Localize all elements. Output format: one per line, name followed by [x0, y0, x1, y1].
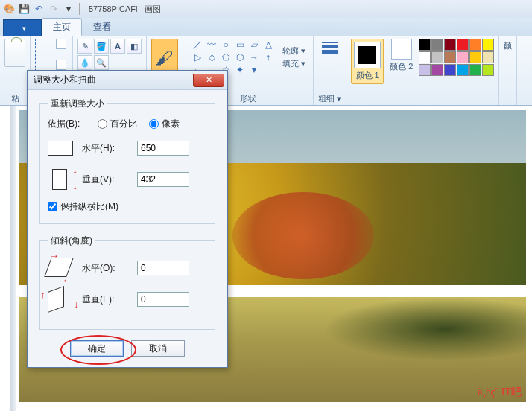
skew-v-icon: ↑↓ — [48, 289, 73, 310]
color2-button[interactable] — [391, 39, 412, 60]
save-icon[interactable]: 💾 — [18, 3, 30, 15]
quick-access-toolbar: 🎨 💾 ↶ ↷ ▾ — [3, 3, 75, 15]
size-label: 粗细 ▾ — [318, 93, 341, 104]
horizontal-input[interactable] — [137, 141, 189, 156]
palette-color[interactable] — [431, 51, 443, 63]
radio-percent[interactable]: 百分比 — [98, 118, 137, 130]
skew-v-input[interactable] — [137, 292, 189, 307]
skew-h-label: 水平(O): — [82, 262, 128, 275]
vertical-resize-icon: ↑↓ — [48, 169, 73, 190]
crop-icon[interactable] — [56, 39, 66, 49]
palette-color[interactable] — [482, 64, 494, 76]
skew-legend: 倾斜(角度) — [48, 235, 95, 247]
group-editcolor: 颜 — [499, 36, 517, 105]
ok-button[interactable]: 确定 — [70, 340, 124, 357]
palette-color[interactable] — [469, 39, 481, 51]
v-label: 垂直(V): — [82, 173, 128, 186]
palette-color[interactable] — [419, 51, 431, 63]
palette-color[interactable] — [431, 39, 443, 51]
text-icon[interactable]: A — [110, 39, 125, 54]
paste-icon[interactable] — [4, 39, 25, 67]
resize-icon[interactable] — [56, 60, 66, 70]
palette-color[interactable] — [457, 64, 469, 76]
skew-h-icon: →← — [48, 258, 73, 278]
group-size: 粗细 ▾ — [314, 36, 346, 105]
palette-color[interactable] — [419, 64, 431, 76]
close-button[interactable]: ✕ — [193, 74, 224, 87]
palette-color[interactable] — [457, 39, 469, 51]
undo-icon[interactable]: ↶ — [33, 3, 45, 15]
cancel-button[interactable]: 取消 — [131, 340, 185, 357]
window-title: 57758PICAFi - 画图 — [89, 4, 161, 15]
group-colors: 颜色 1 颜色 2 — [346, 36, 499, 105]
resize-skew-dialog: 调整大小和扭曲 ✕ 重新调整大小 依据(B): 百分比 像素 水平(H): ↑↓ — [27, 70, 228, 368]
horizontal-resize-icon — [48, 138, 73, 159]
dialog-titlebar[interactable]: 调整大小和扭曲 ✕ — [28, 71, 227, 90]
pencil-icon[interactable]: ✎ — [77, 39, 92, 54]
group-clipboard: 粘 — [0, 36, 31, 105]
palette-color[interactable] — [469, 51, 481, 63]
radio-pixel[interactable]: 像素 — [149, 118, 180, 130]
palette-color[interactable] — [482, 51, 494, 63]
color2-label: 颜色 2 — [390, 61, 413, 72]
color1-label: 颜色 1 — [356, 70, 379, 81]
scroll-ruler — [10, 106, 16, 411]
palette-color[interactable] — [444, 64, 456, 76]
palette-color[interactable] — [482, 39, 494, 51]
palette-color[interactable] — [457, 51, 469, 63]
tab-home[interactable]: 主页 — [42, 18, 82, 36]
skew-v-label: 垂直(E): — [82, 293, 128, 306]
resize-fieldset: 重新调整大小 依据(B): 百分比 像素 水平(H): ↑↓ 垂直(V): — [39, 98, 215, 224]
watermark: ä¸čç˝ IT吧 — [478, 386, 522, 399]
palette-color[interactable] — [419, 39, 431, 51]
resize-legend: 重新调整大小 — [48, 98, 107, 110]
palette-color[interactable] — [444, 51, 456, 63]
skew-h-input[interactable] — [137, 261, 189, 275]
shapes-label: 形状 — [240, 93, 256, 104]
color1-button[interactable] — [354, 42, 381, 68]
shape-outline-button[interactable]: 轮廓 ▾ — [282, 45, 305, 57]
keep-aspect-checkbox[interactable]: 保持纵横比(M) — [48, 200, 207, 213]
qat-dropdown-icon[interactable]: ▾ — [63, 3, 75, 15]
palette-color[interactable] — [431, 64, 443, 76]
h-label: 水平(H): — [82, 142, 128, 155]
picker-icon[interactable]: 💧 — [77, 55, 92, 70]
shape-fill-button[interactable]: 填充 ▾ — [282, 58, 305, 69]
vertical-input[interactable] — [137, 172, 189, 187]
palette-color[interactable] — [469, 64, 481, 76]
clipboard-label: 粘 — [11, 93, 19, 104]
app-icon: 🎨 — [3, 3, 15, 15]
palette-color[interactable] — [444, 39, 456, 51]
tab-view[interactable]: 查看 — [82, 18, 122, 36]
zoom-icon[interactable]: 🔍 — [94, 55, 109, 70]
color-palette[interactable] — [419, 39, 494, 76]
titlebar: 🎨 💾 ↶ ↷ ▾ 57758PICAFi - 画图 — [0, 0, 532, 18]
eraser-icon[interactable]: ◧ — [127, 39, 142, 54]
bucket-icon[interactable]: 🪣 — [94, 39, 109, 54]
size-button[interactable] — [319, 39, 341, 54]
skew-fieldset: 倾斜(角度) →← 水平(O): ↑↓ 垂直(E): — [39, 235, 215, 330]
file-menu-button[interactable] — [3, 19, 42, 36]
by-label: 依据(B): — [48, 118, 80, 130]
redo-icon[interactable]: ↷ — [48, 3, 60, 15]
ribbon-tabs: 主页 查看 — [0, 18, 532, 36]
dialog-title: 调整大小和扭曲 — [34, 74, 96, 86]
edit-colors-label: 颜 — [504, 40, 512, 51]
